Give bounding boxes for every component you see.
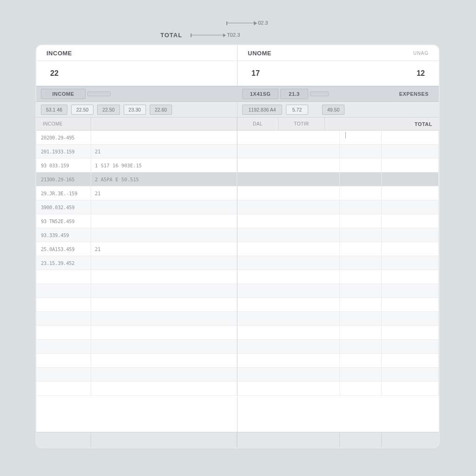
table-row[interactable] (36, 382, 237, 396)
income-big-value: 22 (50, 69, 59, 78)
income-subheader: INCOME (36, 118, 237, 131)
expense-sub-c: TOTAL (325, 118, 439, 130)
table-row[interactable] (36, 340, 237, 354)
expense-subheader: DAL TOTIR TOTAL (238, 118, 439, 131)
top-scale: 02.3 TOTAL T02.3 (160, 18, 304, 38)
table-row[interactable]: 201.1933.15921 (36, 145, 237, 159)
expense-header-gap[interactable] (310, 92, 329, 96)
table-row[interactable] (36, 326, 237, 340)
table-row[interactable] (36, 368, 237, 382)
expense-title-text: UNOME (248, 50, 271, 57)
table-row[interactable]: 23.15.39.452 (36, 256, 237, 270)
scale-total-label: TOTAL (160, 32, 182, 39)
income-header-cell[interactable]: INCOME (41, 89, 86, 99)
expense-sub-a: DAL (238, 118, 278, 130)
income-title-text: INCOME (46, 50, 72, 57)
table-row[interactable] (238, 186, 439, 200)
income-chip-3[interactable]: 23.30 (124, 105, 146, 115)
table-row[interactable]: 93 033.1591 S17 16 903E.15 (36, 159, 237, 172)
table-row[interactable] (36, 312, 237, 326)
expense-grid[interactable] (238, 131, 439, 432)
income-pane-title: INCOME (36, 45, 237, 61)
table-row[interactable] (238, 214, 439, 228)
expense-big-row: 17 12 (238, 61, 439, 86)
expense-pane: UNOME UNAG 17 12 1X41SG 21.3 EXPENSES 11… (238, 45, 439, 448)
expense-header-c: EXPENSES (392, 89, 434, 99)
table-row[interactable]: 93.339.459 (36, 228, 237, 242)
table-row[interactable] (36, 354, 237, 368)
income-grid[interactable]: 20200.29-495201.1933.1592193 033.1591 S1… (36, 131, 237, 432)
income-footer (36, 432, 237, 448)
expense-chip-0[interactable]: 1192.836 A4 (242, 105, 282, 115)
table-row[interactable] (238, 242, 439, 256)
income-header-band: INCOME (36, 86, 237, 102)
table-row[interactable] (36, 270, 237, 284)
expense-chip-1[interactable]: 5.72 (286, 105, 308, 115)
ledger-card: INCOME 22 INCOME 53.1 46 22.50 22.50 23.… (35, 44, 440, 449)
expense-footer (238, 432, 439, 448)
table-row[interactable]: 29.JR.3E.-15921 (36, 186, 237, 200)
expense-header-b[interactable]: 21.3 (280, 89, 308, 99)
scale-val-1: 02.3 (258, 20, 268, 26)
table-row[interactable]: 3900.032.459 (36, 200, 237, 214)
income-big-row: 22 (36, 61, 237, 86)
grid-tick-mark (345, 132, 346, 139)
table-row[interactable] (238, 145, 439, 159)
table-row[interactable] (238, 340, 439, 354)
expense-chip-2[interactable]: 49.50 (322, 105, 344, 115)
table-row[interactable] (36, 284, 237, 298)
income-chip-1[interactable]: 22.50 (71, 105, 93, 115)
table-row[interactable] (238, 172, 439, 186)
expense-header-band: 1X41SG 21.3 EXPENSES (238, 86, 439, 102)
expense-big-a: 17 (251, 69, 260, 78)
income-chip-band: 53.1 46 22.50 22.50 23.30 22.60 (36, 102, 237, 118)
table-row[interactable] (238, 312, 439, 326)
table-row[interactable]: 25.0A153.45921 (36, 242, 237, 256)
expense-pane-title: UNOME UNAG (238, 45, 439, 61)
table-row[interactable] (238, 382, 439, 396)
table-row[interactable]: 20200.29-495 (36, 131, 237, 145)
table-row[interactable] (238, 200, 439, 214)
table-row[interactable] (238, 298, 439, 312)
table-row[interactable]: 21300.29-1652 A5PA E 50.515 (36, 172, 237, 186)
expense-sub-b: TOTIR (278, 118, 325, 130)
table-row[interactable] (238, 228, 439, 242)
table-row[interactable] (238, 368, 439, 382)
expense-chip-band: 1192.836 A4 5.72 49.50 (238, 102, 439, 118)
expense-big-b: 12 (416, 69, 425, 78)
table-row[interactable] (238, 354, 439, 368)
table-row[interactable]: 93 TN52E.459 (36, 214, 237, 228)
income-sub-col1: INCOME (36, 118, 91, 130)
scale-val-2: T02.3 (227, 32, 240, 38)
table-row[interactable] (36, 298, 237, 312)
table-row[interactable] (238, 270, 439, 284)
income-chip-4[interactable]: 22.60 (150, 105, 172, 115)
income-chip-0[interactable]: 53.1 46 (41, 105, 67, 115)
table-row[interactable] (238, 284, 439, 298)
income-chip-2[interactable]: 22.50 (97, 105, 119, 115)
income-pane: INCOME 22 INCOME 53.1 46 22.50 22.50 23.… (36, 45, 238, 448)
income-header-spacer-1[interactable] (87, 92, 111, 96)
expense-header-a[interactable]: 1X41SG (242, 89, 278, 99)
expense-title-sub: UNAG (413, 51, 429, 56)
table-row[interactable] (238, 159, 439, 172)
table-row[interactable] (238, 256, 439, 270)
table-row[interactable] (238, 131, 439, 145)
table-row[interactable] (238, 326, 439, 340)
